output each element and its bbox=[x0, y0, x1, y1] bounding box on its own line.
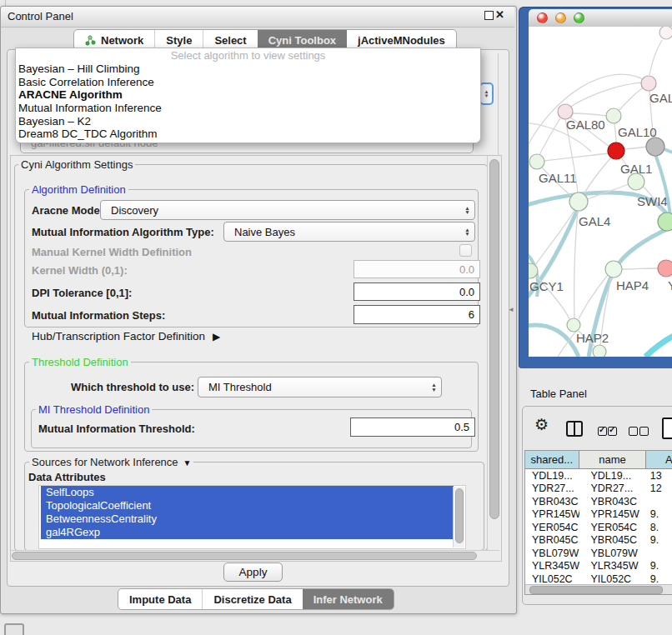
decorative-tick bbox=[5, 0, 6, 6]
network-node-label: GAL80 bbox=[566, 118, 605, 132]
stepper-arrows-icon: ▲▼ bbox=[460, 206, 474, 215]
select-all-icon[interactable] bbox=[608, 427, 617, 436]
deselect-all-icon[interactable] bbox=[629, 427, 638, 436]
network-node[interactable] bbox=[628, 173, 644, 190]
table-cell: YDL19... bbox=[579, 469, 647, 482]
tab-label: Discretize Data bbox=[213, 593, 291, 606]
mi-threshold-field[interactable]: 0.5 bbox=[350, 418, 475, 437]
settings-horizontal-scrollbar-thumb[interactable] bbox=[12, 552, 477, 560]
table-cell: YBR045C bbox=[579, 534, 647, 548]
algorithm-option[interactable]: Bayesian – Hill Climbing bbox=[16, 62, 480, 76]
tab-discretize-data[interactable]: Discretize Data bbox=[202, 589, 302, 609]
aracne-mode-label: Aracne Mode: bbox=[32, 204, 103, 217]
table-cell: YER054C bbox=[579, 521, 647, 534]
algorithm-dropdown-popup: Select algorithm to view settings Bayesi… bbox=[15, 48, 481, 143]
network-node[interactable] bbox=[593, 345, 606, 357]
data-attributes-listbox[interactable]: SelfLoopsTopologicalCoefficientBetweenne… bbox=[38, 485, 466, 549]
network-node[interactable] bbox=[658, 212, 672, 231]
table-horizontal-scrollbar[interactable] bbox=[525, 584, 672, 594]
network-window-titlebar[interactable] bbox=[529, 9, 672, 28]
mac-minimize-icon[interactable] bbox=[555, 12, 566, 23]
float-window-icon[interactable] bbox=[484, 11, 494, 20]
apply-button[interactable]: Apply bbox=[223, 562, 283, 582]
mac-close-icon[interactable] bbox=[537, 12, 548, 23]
aracne-mode-combo[interactable]: Discovery ▲▼ bbox=[100, 200, 475, 220]
file-icon[interactable] bbox=[662, 418, 672, 439]
attributes-scrollbar-thumb[interactable] bbox=[455, 488, 464, 543]
tab-label: jActiveMNodules bbox=[358, 34, 445, 47]
table-cell: YDL19... bbox=[525, 469, 579, 482]
deselect-all-icon[interactable] bbox=[639, 427, 649, 436]
focused-combo-stepper[interactable]: ▲▼ bbox=[479, 82, 494, 105]
table-cell: YBL079W bbox=[525, 547, 579, 560]
network-node-label: HAP2 bbox=[576, 331, 609, 345]
tab-label: Style bbox=[166, 34, 192, 47]
mi-steps-field[interactable]: 6 bbox=[354, 305, 480, 324]
gear-icon[interactable]: ⚙ bbox=[534, 415, 549, 434]
partial-corner-button[interactable] bbox=[4, 623, 24, 635]
network-node[interactable] bbox=[646, 138, 664, 156]
table-cell: YLR345W bbox=[525, 560, 579, 573]
kernel-width-field[interactable]: 0.0 bbox=[354, 260, 480, 278]
algorithm-option[interactable]: ARACNE Algorithm bbox=[16, 88, 480, 102]
table-column-header[interactable]: name bbox=[579, 451, 647, 468]
tab-infer-network[interactable]: Infer Network bbox=[303, 589, 394, 609]
manual-kernel-width-checkbox[interactable] bbox=[459, 244, 472, 257]
table-row[interactable]: YBR045CYBR045C9. bbox=[525, 534, 672, 548]
table-row[interactable]: YDL19...YDL19...13 bbox=[525, 469, 672, 482]
settings-horizontal-scrollbar[interactable] bbox=[11, 550, 499, 560]
network-node[interactable] bbox=[659, 27, 672, 39]
table-row[interactable]: YBL079WYBL079W bbox=[525, 547, 672, 560]
algorithm-option[interactable]: Mutual Information Inference bbox=[16, 102, 480, 115]
network-node[interactable] bbox=[606, 108, 621, 123]
table-column-header[interactable]: shared... bbox=[525, 451, 579, 468]
settings-vertical-scrollbar-thumb[interactable] bbox=[489, 159, 499, 519]
split-columns-icon[interactable] bbox=[566, 421, 583, 437]
data-attribute-item[interactable]: SelfLoops bbox=[41, 486, 454, 499]
dpi-tolerance-field[interactable]: 0.0 bbox=[354, 282, 480, 301]
tab-label: Select bbox=[214, 34, 246, 47]
table-row[interactable]: YER054CYER054C8. bbox=[525, 521, 672, 534]
algorithm-definition-title: Algorithm Definition bbox=[29, 183, 128, 196]
network-node[interactable] bbox=[529, 154, 544, 169]
which-threshold-combo[interactable]: MI Threshold ▲▼ bbox=[198, 377, 442, 398]
settings-vertical-scrollbar[interactable] bbox=[487, 156, 500, 559]
panel-collapse-arrow-icon[interactable]: ◄ bbox=[508, 306, 514, 313]
table-cell: 9. bbox=[647, 508, 672, 522]
node-table[interactable]: shared...nameA YDL19...YDL19...13YDR27..… bbox=[524, 450, 672, 595]
hub-definition-expander[interactable]: Hub/Transcription Factor Definition▶ bbox=[32, 330, 220, 342]
network-node[interactable] bbox=[608, 142, 624, 159]
attributes-scrollbar[interactable] bbox=[453, 487, 464, 548]
select-all-icon[interactable] bbox=[598, 427, 607, 436]
network-canvas[interactable]: GALGAL80GAL10GAL1GAL11SWI4GAL4GCY1HAP4YH… bbox=[529, 27, 672, 357]
algorithm-option[interactable]: Dream8 DC_TDC Algorithm bbox=[16, 128, 480, 141]
algorithm-option[interactable]: Basic Correlation Inference bbox=[16, 76, 480, 89]
close-icon[interactable]: ✕ bbox=[495, 8, 504, 21]
data-attribute-item[interactable]: gal4RGexp bbox=[41, 526, 454, 539]
table-row[interactable]: YBR043CYBR043C bbox=[525, 495, 672, 508]
data-attribute-item[interactable]: BetweennessCentrality bbox=[41, 512, 454, 526]
table-panel: ⚙ shared...nameA YDL19...YDL19...13YDR27… bbox=[522, 406, 672, 605]
table-column-header[interactable]: A bbox=[646, 451, 672, 468]
table-cell: YDR27... bbox=[525, 482, 579, 496]
table-body: YDL19...YDL19...13YDR27...YDR27...12YBR0… bbox=[525, 469, 672, 586]
mac-zoom-icon[interactable] bbox=[574, 12, 584, 23]
table-cell: YPR145W bbox=[579, 508, 647, 522]
expand-right-arrow-icon[interactable]: ▶ bbox=[213, 331, 220, 342]
table-row[interactable]: YLR345WYLR345W9. bbox=[525, 560, 672, 573]
collapse-down-arrow-icon[interactable]: ▼ bbox=[183, 458, 192, 468]
data-attribute-item[interactable]: TopologicalCoefficient bbox=[41, 499, 454, 512]
algorithm-option[interactable]: Bayesian – K2 bbox=[16, 115, 480, 128]
table-scrollbar-thumb[interactable] bbox=[529, 586, 663, 594]
network-view-window[interactable]: GALGAL80GAL10GAL1GAL11SWI4GAL4GCY1HAP4YH… bbox=[519, 7, 672, 368]
network-node[interactable] bbox=[641, 76, 656, 91]
network-node[interactable] bbox=[569, 192, 588, 211]
table-row[interactable]: YPR145WYPR145W9. bbox=[525, 508, 672, 522]
network-node[interactable] bbox=[658, 260, 672, 277]
network-node[interactable] bbox=[567, 318, 580, 332]
control-panel-titlebar[interactable] bbox=[1, 7, 514, 28]
table-row[interactable]: YDR27...YDR27...12 bbox=[525, 482, 672, 496]
tab-impute-data[interactable]: Impute Data bbox=[118, 589, 202, 609]
mi-algorithm-type-combo[interactable]: Naive Bayes ▲▼ bbox=[223, 222, 475, 242]
network-node[interactable] bbox=[605, 261, 622, 278]
